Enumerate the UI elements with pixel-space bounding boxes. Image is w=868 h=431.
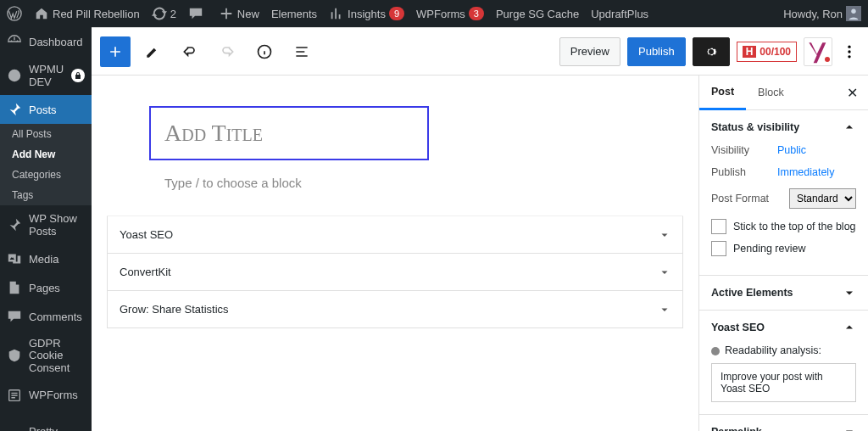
yoast-toggle[interactable] (804, 37, 832, 66)
panel-active-elements-toggle[interactable]: Active Elements (699, 276, 868, 310)
insights-count: 9 (389, 7, 404, 20)
info-icon (256, 43, 273, 60)
metabox-yoast[interactable]: Yoast SEO (107, 216, 683, 254)
metaboxes: Yoast SEO ConvertKit Grow: Share Statist… (107, 216, 683, 328)
preview-button[interactable]: Preview (559, 37, 620, 66)
redo-button[interactable] (212, 36, 242, 67)
menu-dashboard[interactable]: Dashboard (0, 27, 92, 56)
lock-icon (71, 69, 85, 82)
menu-wp-show-posts[interactable]: WP Show Posts (0, 205, 92, 244)
avatar-icon (846, 6, 861, 21)
yoast-improve-button[interactable]: Improve your post with Yoast SEO (711, 363, 856, 402)
purge-cache-bar[interactable]: Purge SG Cache (496, 8, 579, 20)
updates[interactable]: 2 (152, 6, 176, 21)
visibility-value[interactable]: Public (777, 144, 806, 156)
caret-down-icon (659, 229, 670, 241)
undo-icon (181, 43, 198, 60)
wordpress-icon (7, 6, 22, 21)
wpforms-count: 3 (469, 7, 484, 20)
publish-value[interactable]: Immediately (777, 166, 834, 178)
undo-button[interactable] (175, 36, 205, 67)
menu-media[interactable]: Media (0, 244, 92, 273)
dashboard-icon (7, 34, 22, 49)
site-name-label: Red Pill Rebellion (53, 8, 140, 20)
site-name[interactable]: Red Pill Rebellion (34, 6, 140, 21)
redo-icon (219, 43, 236, 60)
updraftplus-bar[interactable]: UpdraftPlus (591, 8, 648, 20)
comments-bar[interactable] (188, 6, 207, 21)
tab-block[interactable]: Block (746, 76, 796, 109)
plus-icon (107, 43, 124, 60)
plus-icon (219, 6, 234, 21)
menu-posts[interactable]: Posts (0, 95, 92, 124)
svg-point-11 (848, 50, 850, 53)
submenu-add-new[interactable]: Add New (0, 144, 92, 165)
menu-pretty-links[interactable]: Pretty Links (0, 418, 92, 431)
panel-active-elements: Active Elements (699, 276, 868, 311)
tab-post[interactable]: Post (699, 76, 746, 110)
close-sidebar[interactable]: ✕ (837, 85, 868, 101)
readability-label: Readability analysis: (725, 344, 821, 356)
submenu-all-posts[interactable]: All Posts (0, 124, 92, 144)
panel-status-toggle[interactable]: Status & visibility (699, 110, 868, 144)
block-appender[interactable]: Type / to choose a block (149, 176, 641, 190)
elements-bar[interactable]: Elements (271, 8, 317, 20)
metabox-convertkit[interactable]: ConvertKit (107, 254, 683, 291)
pencil-icon (144, 43, 161, 60)
menu-wpforms[interactable]: WPForms (0, 381, 92, 410)
insights-bar[interactable]: Insights 9 (329, 6, 404, 21)
menu-comments[interactable]: Comments (0, 302, 92, 331)
post-title-input[interactable] (149, 106, 429, 160)
menu-pages[interactable]: Pages (0, 273, 92, 302)
bar-chart-icon (329, 6, 344, 21)
panel-yoast-toggle[interactable]: Yoast SEO (699, 311, 868, 344)
more-options[interactable] (839, 43, 860, 60)
panel-permalink-toggle[interactable]: Permalink (699, 415, 868, 431)
headline-score-icon: H (743, 46, 757, 58)
pin-icon (7, 102, 22, 117)
chevron-down-icon (843, 425, 856, 431)
list-icon (293, 43, 310, 60)
publish-label: Publish (711, 166, 777, 178)
pending-checkbox[interactable] (711, 241, 726, 256)
headline-score[interactable]: H 00/100 (737, 42, 797, 62)
kebab-icon (841, 43, 858, 60)
publish-button[interactable]: Publish (627, 37, 686, 66)
post-format-select[interactable]: Standard (789, 188, 856, 209)
sidebar-tabs: Post Block ✕ (699, 76, 868, 110)
menu-gdpr[interactable]: GDPR Cookie Consent (0, 331, 92, 381)
chevron-down-icon (843, 286, 856, 299)
panel-status-visibility: Status & visibility Visibility Public Pu… (699, 110, 868, 276)
sticky-checkbox[interactable] (711, 219, 726, 234)
gear-icon (704, 44, 719, 59)
svg-point-10 (848, 45, 850, 48)
form-icon (7, 388, 22, 403)
block-inserter-toggle[interactable] (100, 36, 131, 67)
outline-button[interactable] (287, 36, 317, 67)
submenu-categories[interactable]: Categories (0, 165, 92, 185)
caret-down-icon (659, 266, 670, 278)
caret-down-icon (659, 304, 670, 316)
wordpress-logo[interactable] (7, 6, 22, 21)
editor-header: Preview Publish H 00/100 (92, 28, 868, 76)
submenu-tags[interactable]: Tags (0, 185, 92, 205)
readability-dot-icon (711, 347, 720, 355)
svg-point-3 (8, 70, 20, 81)
svg-point-2 (851, 9, 855, 14)
visibility-label: Visibility (711, 144, 777, 156)
panel-yoast: Yoast SEO Readability analysis: Improve … (699, 311, 868, 415)
details-button[interactable] (249, 36, 280, 67)
sticky-label: Stick to the top of the blog (733, 221, 856, 232)
settings-toggle[interactable] (693, 37, 730, 66)
admin-bar: Red Pill Rebellion 2 New Elements Insigh… (0, 0, 868, 27)
wpforms-bar[interactable]: WPForms 3 (416, 7, 484, 20)
howdy[interactable]: Howdy, Ron (783, 6, 861, 21)
editor-canvas[interactable]: Type / to choose a block Yoast SEO Conve… (92, 76, 698, 431)
refresh-icon (152, 6, 167, 21)
updates-count: 2 (170, 8, 176, 20)
tools-select[interactable] (137, 36, 168, 67)
new-content[interactable]: New (219, 6, 259, 21)
menu-wpmudev[interactable]: WPMU DEV (0, 56, 92, 95)
metabox-grow[interactable]: Grow: Share Statistics (107, 291, 683, 328)
svg-point-12 (848, 55, 850, 58)
